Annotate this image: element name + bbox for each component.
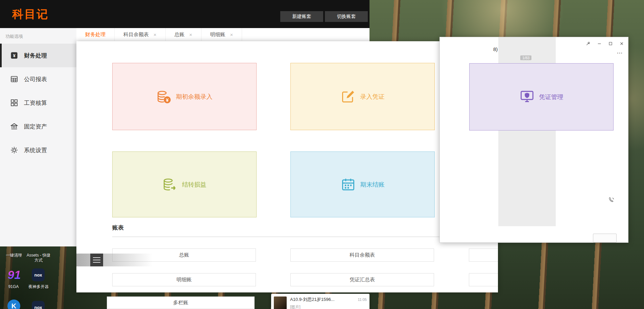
tab-bar: 财务处理 科目余额表 × 总账 × 明细账 × <box>76 28 369 42</box>
sidebar-item-system-settings[interactable]: 系统设置 <box>0 138 76 162</box>
toast-time: 11:05 <box>358 298 367 302</box>
overlay-window-controls <box>586 41 624 46</box>
desktop-icon-label-cleaner[interactable]: 一键清理 <box>3 253 24 258</box>
new-account-set-button[interactable]: 新建账套 <box>280 11 323 22</box>
tab-label: 科目余额表 <box>123 31 149 38</box>
app-header: 科目记 新建账套 切换账套 <box>0 0 369 28</box>
sidebar-title: 功能选项 <box>0 28 76 44</box>
card-period-closing[interactable]: 期末结账 <box>290 151 435 217</box>
toast-title: A10.9-刘思21岁1596... <box>290 296 335 303</box>
overlay-window: 8) … 1/83 凭证管理 <box>439 37 628 243</box>
yen-ledger-icon: ¥ <box>10 51 18 60</box>
toast-body: A10.9-刘思21岁1596... 11:05 [图片] <box>290 296 367 309</box>
ledger-button-partial-1[interactable] <box>469 248 498 262</box>
overlay-title-fragment: 8) <box>493 46 498 52</box>
desktop-icon-label-nox[interactable]: 夜神多开器 <box>25 284 52 289</box>
card-voucher-management[interactable]: 凭证管理 <box>469 63 614 130</box>
sidebar-item-label: 公司报表 <box>24 75 47 83</box>
app-logo: 科目记 <box>12 7 49 22</box>
close-icon[interactable] <box>619 41 624 46</box>
sidebar-item-finance[interactable]: ¥ 财务处理 <box>0 44 76 67</box>
desktop-icon-91ga[interactable]: 91 <box>7 268 22 282</box>
ledger-button-voucher-summary[interactable]: 凭证汇总表 <box>290 273 434 286</box>
sidebar-item-payroll[interactable]: 工资核算 <box>0 91 76 115</box>
tab-general-ledger[interactable]: 总账 × <box>166 28 201 41</box>
bank-icon <box>10 122 18 130</box>
ledger-button-multi-column[interactable]: 多栏账 <box>107 296 255 309</box>
ledger-section-title: 账表 <box>112 224 124 232</box>
coins-transfer-icon <box>163 177 177 192</box>
payroll-blocks-icon <box>10 99 18 107</box>
page-indicator: 1/83 <box>520 55 531 60</box>
card-label: 录入凭证 <box>360 93 385 101</box>
sidebar-item-company-reports[interactable]: 公司报表 <box>0 67 76 91</box>
desktop-icon-nox-partial[interactable]: nox <box>32 301 45 309</box>
maximize-icon[interactable] <box>608 41 613 46</box>
card-opening-balance[interactable]: ¥ 期初余额录入 <box>112 63 257 130</box>
header-buttons: 新建账套 切换账套 <box>280 11 368 22</box>
card-label: 凭证管理 <box>539 93 564 101</box>
calendar-icon <box>341 177 356 192</box>
hamburger-menu-icon[interactable] <box>90 254 103 266</box>
tab-label: 财务处理 <box>85 31 105 38</box>
report-table-icon <box>10 75 18 83</box>
pin-icon[interactable] <box>586 41 591 46</box>
toast-thumbnail <box>274 296 287 309</box>
more-options-icon[interactable]: … <box>617 48 623 55</box>
desktop-icon-label-assets-shortcut[interactable]: Assets - 快捷方式 <box>26 253 51 263</box>
tab-finance[interactable]: 财务处理 <box>76 28 115 41</box>
desktop-icon-nox[interactable]: nox <box>32 268 45 281</box>
card-label: 期初余额录入 <box>176 93 213 101</box>
sidebar-item-label: 固定资产 <box>24 123 47 130</box>
ledger-button-balance-sheet[interactable]: 科目余额表 <box>290 248 434 262</box>
ledger-button-detail[interactable]: 明细账 <box>112 273 256 286</box>
desktop-icon-label-91ga[interactable]: 91GA <box>3 284 24 289</box>
sidebar-item-label: 财务处理 <box>24 52 47 60</box>
svg-text:¥: ¥ <box>166 97 169 102</box>
sidebar-item-label: 系统设置 <box>24 146 47 154</box>
notification-toast[interactable]: A10.9-刘思21岁1596... 11:05 [图片] <box>271 294 369 309</box>
minimize-icon[interactable] <box>597 41 602 46</box>
ledger-button-partial-2[interactable] <box>469 273 498 286</box>
close-icon[interactable]: × <box>153 32 157 38</box>
menu-strip <box>76 254 153 266</box>
card-enter-voucher[interactable]: 录入凭证 <box>290 63 435 130</box>
monitor-shield-icon <box>520 89 534 105</box>
svg-text:¥: ¥ <box>13 53 16 58</box>
main-content: ¥ 期初余额录入 录入凭证 结转损益 期末结账 账表 总账 科目余额表 明细账 … <box>76 41 498 292</box>
sidebar: 功能选项 ¥ 财务处理 公司报表 工资核算 固定资产 系统设置 <box>0 28 77 246</box>
card-label: 期末结账 <box>360 181 385 189</box>
card-label: 结转损益 <box>182 181 207 189</box>
tab-balance-sheet[interactable]: 科目余额表 × <box>115 28 166 41</box>
sidebar-item-fixed-assets[interactable]: 固定资产 <box>0 115 76 138</box>
close-icon[interactable]: × <box>189 32 192 38</box>
sidebar-item-label: 工资核算 <box>24 99 47 107</box>
switch-account-set-button[interactable]: 切换账套 <box>325 11 368 22</box>
pencil-edit-icon <box>341 89 356 104</box>
desktop-icon-k-partial[interactable]: K <box>7 300 20 309</box>
overlay-partial-button[interactable] <box>593 234 617 242</box>
tab-label: 总账 <box>174 31 185 38</box>
phone-call-icon[interactable] <box>608 197 615 205</box>
desktop: { "header": { "logo": "科目记", "buttons": … <box>0 0 644 309</box>
toast-preview: [图片] <box>290 304 367 309</box>
tab-detail-ledger[interactable]: 明细账 × <box>201 28 242 41</box>
close-icon[interactable]: × <box>230 32 233 38</box>
coins-yen-icon: ¥ <box>157 89 171 104</box>
gear-icon <box>10 146 18 154</box>
card-carry-forward[interactable]: 结转损益 <box>112 151 257 217</box>
tab-label: 明细账 <box>210 31 225 38</box>
